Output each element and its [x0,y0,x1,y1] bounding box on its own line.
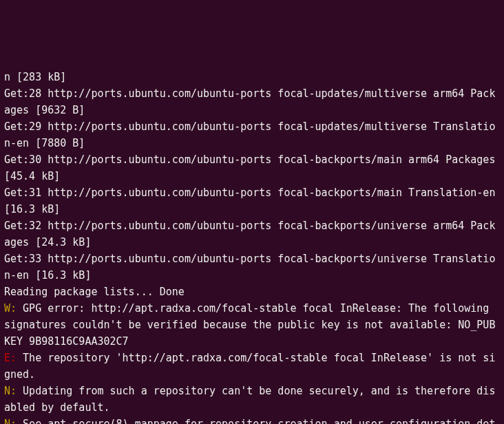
terminal-line: E: The repository 'http://apt.radxa.com/… [4,350,500,383]
terminal-line: Get:33 http://ports.ubuntu.com/ubuntu-po… [4,251,500,284]
terminal-line: Reading package lists... Done [4,284,500,300]
terminal-text: GPG error: http://apt.radxa.com/focal-st… [4,302,495,348]
notice-prefix: N: [4,385,17,397]
warn-prefix: W: [4,302,17,315]
terminal-text: See apt-secure(8) manpage for repository… [4,418,495,424]
terminal-text: The repository 'http://apt.radxa.com/foc… [4,352,495,381]
terminal-output[interactable]: n [283 kB]Get:28 http://ports.ubuntu.com… [4,69,500,424]
terminal-line: W: GPG error: http://apt.radxa.com/focal… [4,300,500,350]
terminal-text: Updating from such a repository can't be… [4,385,495,414]
terminal-line: Get:32 http://ports.ubuntu.com/ubuntu-po… [4,218,500,251]
terminal-line: Get:28 http://ports.ubuntu.com/ubuntu-po… [4,85,500,118]
terminal-line: N: Updating from such a repository can't… [4,383,500,416]
terminal-line: Get:30 http://ports.ubuntu.com/ubuntu-po… [4,151,500,184]
terminal-line: Get:31 http://ports.ubuntu.com/ubuntu-po… [4,184,500,218]
terminal-line: Get:29 http://ports.ubuntu.com/ubuntu-po… [4,118,500,151]
terminal-line: N: See apt-secure(8) manpage for reposit… [4,416,500,424]
err-prefix: E: [4,352,17,364]
notice-prefix: N: [4,418,17,424]
terminal-line: n [283 kB] [4,69,500,85]
